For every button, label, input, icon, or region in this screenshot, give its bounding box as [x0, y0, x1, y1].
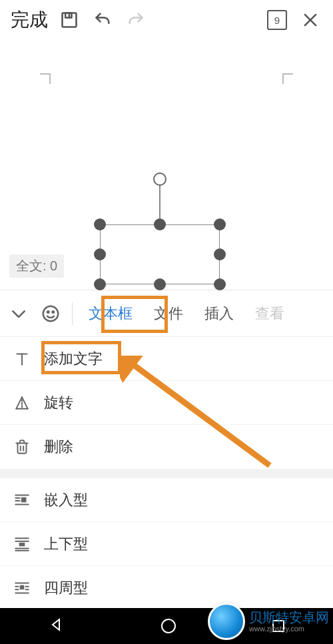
- resize-handle[interactable]: [94, 218, 106, 230]
- textbox-outline: [100, 224, 220, 284]
- menu-item-rotate[interactable]: 旋转: [0, 381, 333, 425]
- menu-item-add-text[interactable]: 添加文字: [0, 337, 333, 381]
- face-icon: [41, 304, 61, 324]
- rotation-handle[interactable]: [153, 172, 166, 186]
- menu-item-wrap-inline[interactable]: 嵌入型: [0, 478, 333, 522]
- resize-handle[interactable]: [94, 248, 106, 260]
- wrap-around-icon: [12, 579, 32, 597]
- wrap-topbottom-icon: [12, 535, 32, 553]
- nav-back-button[interactable]: [49, 617, 65, 635]
- text-icon: [12, 350, 32, 368]
- chevron-down-icon: [9, 304, 29, 324]
- svg-marker-32: [53, 619, 59, 630]
- tab-textbox[interactable]: 文本框: [79, 300, 142, 328]
- floppy-icon: [60, 11, 79, 29]
- document-canvas[interactable]: 全文: 0: [0, 40, 333, 290]
- top-toolbar: 完成 9: [0, 0, 333, 40]
- resize-handle[interactable]: [154, 278, 166, 290]
- menu-item-delete[interactable]: 删除: [0, 425, 333, 469]
- menu-item-label: 删除: [44, 437, 73, 457]
- svg-point-6: [47, 311, 49, 313]
- tab-view[interactable]: 查看: [246, 300, 294, 328]
- tab-insert[interactable]: 插入: [195, 300, 243, 328]
- menu-item-label: 上下型: [44, 534, 88, 554]
- rotate-icon: [12, 394, 32, 412]
- done-button[interactable]: 完成: [8, 7, 51, 33]
- panel-tabstrip: 文本框 文件 插入 查看: [0, 290, 333, 336]
- tabs-scroll[interactable]: 文本框 文件 插入 查看: [79, 300, 329, 328]
- page-count-badge: 9: [267, 10, 287, 30]
- margin-corner-icon: [40, 73, 51, 84]
- resize-handle[interactable]: [94, 278, 106, 290]
- svg-rect-27: [20, 585, 25, 590]
- nav-home-button[interactable]: [161, 619, 176, 633]
- selected-textbox[interactable]: [100, 224, 220, 284]
- triangle-back-icon: [49, 617, 65, 633]
- wrap-inline-icon: [12, 491, 32, 509]
- menu-item-label: 嵌入型: [44, 490, 88, 510]
- svg-point-5: [43, 306, 59, 321]
- menu-item-label: 旋转: [44, 393, 73, 413]
- divider: [72, 302, 73, 325]
- undo-button[interactable]: [88, 5, 117, 35]
- trash-icon: [12, 438, 32, 456]
- watermark-url: www.zjbstyy.com: [249, 625, 329, 633]
- undo-icon: [93, 11, 112, 29]
- circle-icon: [161, 619, 176, 633]
- rotation-stem: [159, 184, 161, 218]
- redo-button: [121, 5, 151, 35]
- resize-handle[interactable]: [214, 248, 226, 260]
- menu-group-wrap: 嵌入型 上下型 四周型: [0, 469, 333, 610]
- resize-handle[interactable]: [214, 278, 226, 290]
- menu-item-label: 四周型: [44, 578, 88, 598]
- tab-file[interactable]: 文件: [145, 300, 192, 328]
- collapse-panel-button[interactable]: [4, 299, 33, 328]
- watermark-title: 贝斯特安卓网: [249, 611, 329, 625]
- textbox-panel: 添加文字 旋转 删除 嵌入型 上下型 四周型: [0, 336, 333, 610]
- watermark: 贝斯特安卓网 www.zjbstyy.com: [208, 603, 329, 640]
- menu-item-label: 添加文字: [44, 349, 103, 369]
- watermark-logo-icon: [208, 603, 245, 640]
- save-button[interactable]: [55, 5, 84, 35]
- menu-group-actions: 添加文字 旋转 删除: [0, 336, 333, 469]
- menu-item-wrap-topbottom[interactable]: 上下型: [0, 522, 333, 566]
- svg-rect-21: [19, 542, 25, 545]
- svg-rect-16: [21, 497, 27, 502]
- assistant-button[interactable]: [36, 299, 65, 328]
- redo-icon: [127, 11, 145, 29]
- resize-handle[interactable]: [214, 218, 226, 230]
- page-count-button[interactable]: 9: [262, 5, 292, 35]
- close-button[interactable]: [296, 5, 325, 35]
- resize-handle[interactable]: [154, 218, 166, 230]
- margin-corner-icon: [282, 73, 293, 84]
- word-count-badge[interactable]: 全文: 0: [9, 254, 64, 278]
- close-icon: [301, 11, 320, 29]
- svg-point-7: [53, 311, 55, 313]
